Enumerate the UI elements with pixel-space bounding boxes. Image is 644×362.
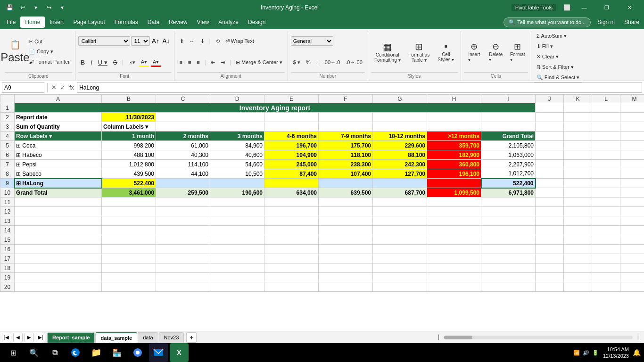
cell-m1[interactable] [620,103,644,113]
cell-b7[interactable]: 1,012,800 [102,160,156,169]
cell-l2[interactable] [592,113,620,122]
cell-f4[interactable]: 7-9 months [319,132,373,141]
cell-l3[interactable] [592,122,620,132]
menu-data[interactable]: Data [143,16,164,28]
row-number-10[interactable]: 10 [0,188,15,197]
cell-h2[interactable] [427,113,481,122]
menu-formulas[interactable]: Formulas [110,16,143,28]
bold-button[interactable]: B [78,58,87,67]
cell-m10[interactable] [620,188,644,197]
cell-h6[interactable]: 182,900 [427,150,481,160]
cell-styles-button[interactable]: ▪ CellStyles ▾ [434,38,458,66]
row-number-6[interactable]: 6 [0,150,15,160]
cell-m9[interactable] [620,179,644,188]
cell-m5[interactable] [620,141,644,150]
row-number-8[interactable]: 8 [0,169,15,179]
col-header-d[interactable]: D [210,95,264,103]
sort-filter-button[interactable]: ⇅ Sort & Filter ▾ [534,62,576,72]
cell-m8[interactable] [620,169,644,179]
formula-input[interactable] [77,82,642,93]
cell-j8[interactable] [536,169,564,179]
cell-a10[interactable]: Grand Total [15,188,102,197]
cell-b3[interactable]: Column Labels ▾ [102,122,156,132]
cell-f9[interactable] [319,179,373,188]
ribbon-display-button[interactable]: ⬜ [561,2,572,13]
customize-qat[interactable]: ▾ [57,2,68,13]
cell-c5[interactable]: 61,000 [156,141,210,150]
col-header-j[interactable]: J [536,95,564,103]
row-number-2[interactable]: 2 [0,113,15,122]
cell-i3[interactable] [481,122,536,132]
cell-k8[interactable] [564,169,592,179]
cell-i2[interactable] [481,113,536,122]
clear-button[interactable]: ✕ Clear ▾ [534,52,561,61]
cell-d5[interactable]: 84,900 [210,141,264,150]
cell-i7[interactable]: 2,267,900 [481,160,536,169]
cell-f5[interactable]: 175,700 [319,141,373,150]
cell-h9[interactable] [427,179,481,188]
cell-i5[interactable]: 2,105,800 [481,141,536,150]
cell-i4[interactable]: Grand Total [481,132,536,141]
store-button[interactable]: 🏪 [107,343,126,362]
redo-button[interactable]: ↪ [43,2,55,13]
cell-l4[interactable] [592,132,620,141]
tab-nav-first[interactable]: |◀ [2,333,11,342]
cell-f7[interactable]: 238,300 [319,160,373,169]
cell-e2[interactable] [264,113,319,122]
decrease-font-button[interactable]: A↓ [161,37,171,45]
cell-k4[interactable] [564,132,592,141]
fill-button[interactable]: ⬇ Fill ▾ [534,41,555,51]
cell-j3[interactable] [536,122,564,132]
undo-button[interactable]: ↩ [17,2,28,13]
col-header-b[interactable]: B [102,95,156,103]
notification-button[interactable]: 🔔 [633,349,640,356]
align-right-button[interactable]: ≡ [194,58,202,67]
row-number-16[interactable]: 16 [0,245,15,254]
edge-button[interactable] [66,343,85,362]
cell-j10[interactable] [536,188,564,197]
cell-d2[interactable] [210,113,264,122]
cell-c4[interactable]: 2 months [156,132,210,141]
cell-a5[interactable]: ⊞ Coca [15,141,102,150]
cell-g4[interactable]: 10-12 months [373,132,427,141]
cell-a3[interactable]: Sum of Quantity [15,122,102,132]
row-number-5[interactable]: 5 [0,141,15,150]
cell-a8[interactable]: ⊞ Sabeco [15,169,102,179]
cell-g2[interactable] [373,113,427,122]
cell-b5[interactable]: 998,200 [102,141,156,150]
col-header-m[interactable]: M [620,95,644,103]
cell-g10[interactable]: 687,700 [373,188,427,197]
row-number-18[interactable]: 18 [0,263,15,273]
increase-indent-button[interactable]: ⇥ [218,58,227,67]
delete-button[interactable]: ⊖ Delete▾ [486,38,506,66]
search-button[interactable]: 🔍 [25,343,43,362]
cell-k9[interactable] [564,179,592,188]
cell-g6[interactable]: 88,100 [373,150,427,160]
cell-b8[interactable]: 439,500 [102,169,156,179]
time-date-display[interactable]: 10:54 AM 12/13/2023 [603,346,629,360]
cell-h10[interactable]: 1,099,500 [427,188,481,197]
cell-d8[interactable]: 10,500 [210,169,264,179]
insert-function-button[interactable]: fx [68,84,75,91]
menu-view[interactable]: View [192,16,214,28]
cell-c9[interactable] [156,179,210,188]
sign-in-button[interactable]: Sign in [594,18,618,26]
cell-k6[interactable] [564,150,592,160]
row-number-1[interactable]: 1 [0,103,15,113]
cell-j9[interactable] [536,179,564,188]
row-number-20[interactable]: 20 [0,282,15,292]
currency-button[interactable]: $ ▾ [291,58,303,67]
cell-e8[interactable]: 87,400 [264,169,319,179]
cell-l6[interactable] [592,150,620,160]
increase-font-button[interactable]: A↑ [151,37,160,45]
cell-b2[interactable]: 11/30/2023 [102,113,156,122]
row-number-4[interactable]: 4 [0,132,15,141]
cut-button[interactable]: ✂ ✂ CutCut [26,37,72,47]
name-box-input[interactable] [2,82,44,93]
col-header-f[interactable]: F [319,95,373,103]
cell-d7[interactable]: 54,600 [210,160,264,169]
formula-cancel-button[interactable]: ✕ [50,84,58,91]
cell-k1[interactable] [564,103,592,113]
menu-page-layout[interactable]: Page Layout [68,16,109,28]
cell-k7[interactable] [564,160,592,169]
